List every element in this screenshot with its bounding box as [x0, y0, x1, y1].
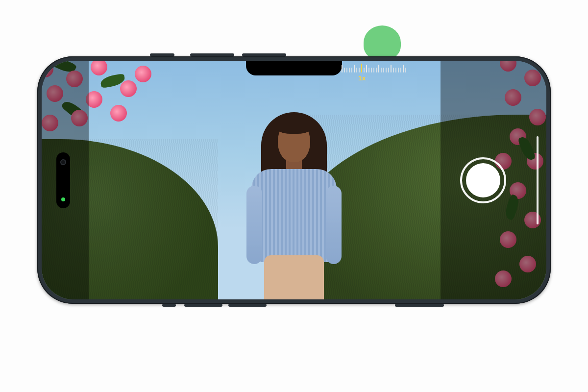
zoom-tick	[398, 68, 399, 73]
side-button	[150, 53, 174, 56]
shutter-button[interactable]	[460, 157, 506, 203]
scene-flowers-left	[42, 61, 179, 154]
action-button	[162, 304, 176, 307]
zoom-slider[interactable]	[342, 64, 406, 73]
scene-foliage-left	[42, 139, 218, 299]
zoom-tick	[386, 68, 387, 73]
zoom-tick	[393, 68, 394, 73]
shutter-core-icon	[466, 163, 500, 197]
volume-down-button	[242, 53, 286, 56]
zoom-tick	[368, 68, 369, 73]
zoom-tick	[403, 65, 404, 73]
zoom-tick	[371, 68, 372, 73]
scene-subject	[243, 102, 345, 298]
zoom-tick	[366, 65, 367, 73]
screen: 1x	[42, 61, 546, 299]
camera-control-button	[395, 304, 444, 307]
zoom-tick	[351, 68, 352, 73]
zoom-tick	[376, 68, 377, 73]
phone-frame: 1x	[37, 56, 551, 304]
zoom-tick	[364, 68, 365, 73]
zoom-tick	[388, 68, 389, 73]
zoom-tick	[373, 68, 374, 73]
zoom-tick	[383, 68, 384, 73]
zoom-tick	[346, 68, 347, 73]
zoom-tick	[342, 65, 343, 73]
side-button	[228, 304, 267, 307]
zoom-tick	[405, 68, 406, 73]
canvas: 1x	[0, 0, 588, 392]
zoom-tick	[356, 68, 357, 73]
zoom-tick	[349, 68, 350, 73]
side-button	[184, 304, 222, 307]
zoom-tick	[359, 68, 360, 73]
zoom-tick	[361, 64, 362, 73]
decor-green-dot	[364, 25, 401, 60]
zoom-tick	[344, 68, 345, 73]
zoom-tick	[378, 65, 379, 73]
zoom-tick	[400, 68, 401, 73]
zoom-tick	[391, 65, 392, 73]
zoom-tick	[395, 68, 396, 73]
zoom-tick	[354, 65, 355, 73]
zoom-tick	[381, 68, 382, 73]
volume-up-button	[190, 53, 234, 56]
